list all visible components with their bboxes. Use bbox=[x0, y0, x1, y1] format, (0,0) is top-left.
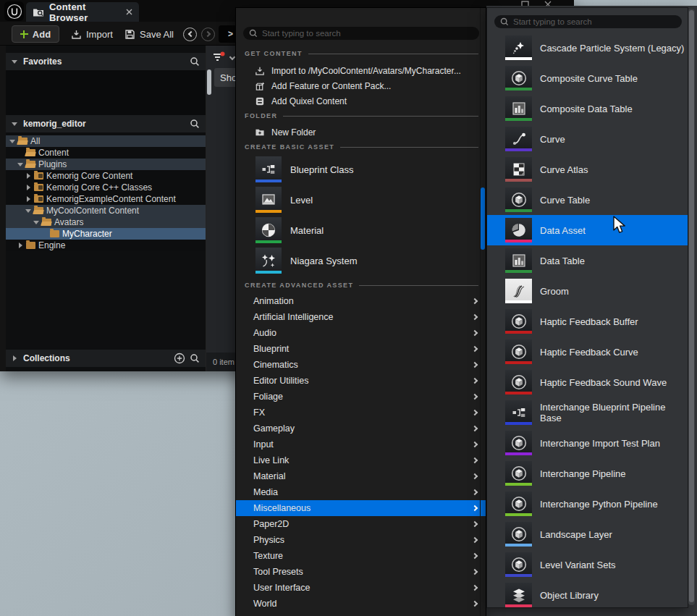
menu-item-user-interface[interactable]: User Interface bbox=[236, 580, 486, 596]
tab-content-browser[interactable]: Content Browser bbox=[26, 2, 139, 22]
tree-item-mycoolcontent[interactable]: MyCoolContent Content bbox=[6, 205, 206, 216]
expander-icon[interactable] bbox=[25, 172, 33, 180]
menu-item-fx[interactable]: FX bbox=[236, 405, 486, 421]
menu-item-media[interactable]: Media bbox=[236, 484, 486, 500]
scrollbar-track[interactable] bbox=[688, 9, 695, 605]
expander-icon[interactable] bbox=[12, 355, 19, 362]
submenu-item-composite-data-table[interactable]: Composite Data Table bbox=[487, 93, 688, 124]
tree-item-all[interactable]: All bbox=[6, 135, 206, 147]
submenu-item-interchange-blueprint-pipeline-base[interactable]: Interchange Blueprint Pipeline Base bbox=[487, 397, 688, 428]
submenu-item-interchange-import-test-plan[interactable]: Interchange Import Test Plan bbox=[487, 428, 688, 458]
submenu-item-cascade[interactable]: Cascade Particle System (Legacy) bbox=[487, 33, 688, 63]
search-icon[interactable] bbox=[190, 56, 200, 67]
expander-icon[interactable] bbox=[12, 58, 19, 65]
submenu-item-data-table[interactable]: Data Table bbox=[487, 245, 688, 276]
menu-item-foliage[interactable]: Foliage bbox=[236, 389, 486, 405]
menu-item-level[interactable]: Level bbox=[236, 185, 486, 214]
asset-icon-tile bbox=[255, 187, 282, 213]
scrollbar-thumb[interactable] bbox=[689, 10, 694, 602]
expander-icon[interactable] bbox=[9, 138, 17, 145]
menu-item-blueprint[interactable]: Blueprint bbox=[236, 341, 486, 357]
menu-item-texture[interactable]: Texture bbox=[236, 548, 486, 564]
tab-close-icon[interactable] bbox=[126, 9, 132, 15]
add-collection-icon[interactable] bbox=[174, 353, 185, 364]
menu-item-tool-presets[interactable]: Tool Presets bbox=[236, 564, 486, 580]
submenu-item-curve-table[interactable]: Curve Table bbox=[487, 185, 688, 215]
submenu-item-composite-curve-table[interactable]: Composite Curve Table bbox=[487, 63, 688, 93]
favorites-header[interactable]: Favorites bbox=[6, 53, 206, 70]
scrollbar-thumb[interactable] bbox=[207, 69, 211, 95]
menu-item-live-link[interactable]: Live Link bbox=[236, 452, 486, 468]
submenu-search-box[interactable] bbox=[494, 15, 682, 28]
import-button[interactable]: Import bbox=[71, 25, 113, 43]
menu-item-add-quixel[interactable]: Add Quixel Content bbox=[236, 93, 486, 109]
submenu-item-curve-atlas[interactable]: Curve Atlas bbox=[487, 154, 688, 185]
menu-item-artificial-intelligence[interactable]: Artificial Intelligence bbox=[236, 309, 486, 325]
submenu-item-interchange-python-pipeline[interactable]: Interchange Python Pipeline bbox=[487, 489, 688, 519]
tree-item-engine[interactable]: Engine bbox=[6, 240, 206, 251]
menu-search-box[interactable] bbox=[243, 27, 479, 40]
collections-header[interactable]: Collections bbox=[6, 350, 206, 367]
submenu-item-interchange-pipeline[interactable]: Interchange Pipeline bbox=[487, 458, 688, 489]
scrollbar-track[interactable] bbox=[480, 8, 481, 616]
tree-item-kemorig-core-cpp[interactable]: Kemorig Core C++ Classes bbox=[6, 182, 206, 193]
submenu-item-level-variant-sets[interactable]: Level Variant Sets bbox=[487, 549, 688, 580]
asset-color-bar bbox=[505, 574, 532, 577]
submenu-item-haptic-feedback-sound-wave[interactable]: Haptic Feedback Sound Wave bbox=[487, 367, 688, 397]
submenu-item-haptic-feedback-buffer[interactable]: Haptic Feedback Buffer bbox=[487, 306, 688, 337]
tree-item-content[interactable]: Content bbox=[6, 147, 206, 159]
menu-item-editor-utilities[interactable]: Editor Utilities bbox=[236, 373, 486, 389]
save-all-button[interactable]: Save All bbox=[124, 25, 174, 43]
tree-item-kemorig-core-content[interactable]: Kemorig Core Content bbox=[6, 170, 206, 182]
menu-item-paper2d[interactable]: Paper2D bbox=[236, 516, 486, 532]
menu-item-cinematics[interactable]: Cinematics bbox=[236, 357, 486, 373]
menu-item-new-folder[interactable]: New Folder bbox=[236, 125, 486, 140]
menu-item-world[interactable]: World bbox=[236, 596, 486, 612]
expander-icon[interactable] bbox=[33, 219, 41, 226]
submenu-item-haptic-feedback-curve[interactable]: Haptic Feedback Curve bbox=[487, 337, 688, 367]
search-input[interactable] bbox=[262, 29, 473, 38]
expander-icon[interactable] bbox=[25, 184, 33, 191]
expander-icon[interactable] bbox=[17, 242, 25, 249]
submenu-item-landscape-layer[interactable]: Landscape Layer bbox=[487, 519, 688, 549]
submenu-item-groom[interactable]: Groom bbox=[487, 276, 688, 306]
tree-item-mycharacter[interactable]: MyCharacter bbox=[6, 228, 206, 240]
menu-item-audio[interactable]: Audio bbox=[236, 325, 486, 341]
tree-item-avatars[interactable]: Avatars bbox=[6, 216, 206, 228]
search-input[interactable] bbox=[513, 17, 676, 26]
asset-icon-tile bbox=[505, 491, 532, 516]
back-button[interactable] bbox=[183, 28, 197, 41]
asset-color-bar bbox=[505, 483, 532, 486]
expander-icon[interactable] bbox=[25, 195, 33, 203]
filter-icon[interactable] bbox=[212, 51, 225, 63]
scrollbar-thumb[interactable] bbox=[481, 187, 485, 250]
asset-icon-tile bbox=[255, 248, 282, 274]
menu-item-physics[interactable]: Physics bbox=[236, 532, 486, 548]
menu-item-niagara-system[interactable]: Niagara System bbox=[236, 246, 486, 275]
menu-item-gameplay[interactable]: Gameplay bbox=[236, 421, 486, 436]
submenu-item-object-library[interactable]: Object Library bbox=[487, 580, 688, 610]
menu-item-material[interactable]: Material bbox=[236, 216, 486, 245]
expander-icon[interactable] bbox=[12, 120, 19, 127]
unreal-logo-icon[interactable] bbox=[4, 1, 24, 21]
menu-item-import-to[interactable]: Import to /MyCoolContent/Avatars/MyChara… bbox=[236, 63, 486, 78]
menu-item-add-feature-pack[interactable]: Add Feature or Content Pack... bbox=[236, 78, 486, 93]
menu-item-material-adv[interactable]: Material bbox=[236, 468, 486, 484]
tree-item-kemorig-example[interactable]: KemorigExampleContent Content bbox=[6, 193, 206, 205]
tree-item-plugins[interactable]: Plugins bbox=[6, 159, 206, 170]
menu-item-animation[interactable]: Animation bbox=[236, 293, 486, 309]
expander-icon[interactable] bbox=[17, 161, 25, 168]
forward-button[interactable] bbox=[201, 28, 215, 41]
expander-icon[interactable] bbox=[25, 207, 33, 214]
menu-item-miscellaneous[interactable]: Miscellaneous bbox=[236, 500, 486, 516]
chevron-down-icon[interactable] bbox=[229, 54, 235, 60]
project-header[interactable]: kemorig_editor bbox=[6, 115, 206, 132]
submenu-item-curve[interactable]: Curve bbox=[487, 124, 688, 154]
search-icon[interactable] bbox=[190, 353, 200, 363]
menu-item-input[interactable]: Input bbox=[236, 436, 486, 452]
menu-item-blueprint-class[interactable]: Blueprint Class bbox=[236, 155, 486, 184]
submenu-item-data-asset[interactable]: Data Asset bbox=[487, 215, 688, 245]
search-icon[interactable] bbox=[190, 119, 200, 129]
chevron-right-icon bbox=[472, 553, 478, 559]
add-button[interactable]: Add bbox=[12, 25, 59, 43]
